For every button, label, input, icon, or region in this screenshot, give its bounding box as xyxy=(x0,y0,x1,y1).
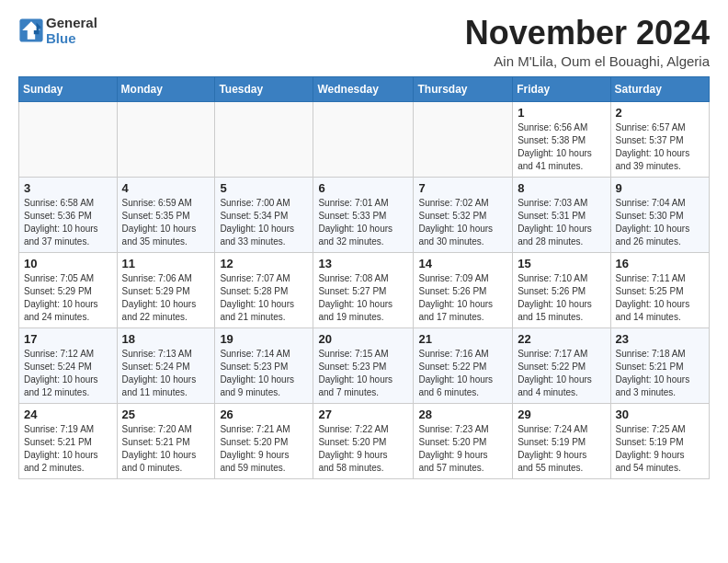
day-info: Sunrise: 7:19 AM Sunset: 5:21 PM Dayligh… xyxy=(24,423,112,475)
day-number: 3 xyxy=(24,181,112,195)
calendar-week-row: 3Sunrise: 6:58 AM Sunset: 5:36 PM Daylig… xyxy=(19,177,710,252)
day-number: 18 xyxy=(122,332,210,346)
calendar-cell: 27Sunrise: 7:22 AM Sunset: 5:20 PM Dayli… xyxy=(313,403,414,478)
calendar-cell: 30Sunrise: 7:25 AM Sunset: 5:19 PM Dayli… xyxy=(610,403,709,478)
calendar-cell: 9Sunrise: 7:04 AM Sunset: 5:30 PM Daylig… xyxy=(610,177,709,252)
calendar-cell: 18Sunrise: 7:13 AM Sunset: 5:24 PM Dayli… xyxy=(117,327,215,403)
day-number: 9 xyxy=(616,181,704,195)
day-number: 12 xyxy=(220,257,308,270)
day-info: Sunrise: 7:04 AM Sunset: 5:30 PM Dayligh… xyxy=(616,197,704,248)
day-info: Sunrise: 7:09 AM Sunset: 5:26 PM Dayligh… xyxy=(418,272,507,324)
day-number: 10 xyxy=(24,257,112,270)
calendar-cell: 10Sunrise: 7:05 AM Sunset: 5:29 PM Dayli… xyxy=(19,252,118,327)
day-number: 21 xyxy=(418,332,507,346)
weekday-header: Monday xyxy=(117,76,215,101)
calendar-cell: 3Sunrise: 6:58 AM Sunset: 5:36 PM Daylig… xyxy=(19,177,118,252)
weekday-header: Thursday xyxy=(414,76,513,101)
calendar-cell: 8Sunrise: 7:03 AM Sunset: 5:31 PM Daylig… xyxy=(513,177,610,252)
logo-icon xyxy=(18,17,44,43)
calendar-week-row: 17Sunrise: 7:12 AM Sunset: 5:24 PM Dayli… xyxy=(19,327,710,403)
day-info: Sunrise: 7:17 AM Sunset: 5:22 PM Dayligh… xyxy=(518,348,605,399)
day-info: Sunrise: 7:25 AM Sunset: 5:19 PM Dayligh… xyxy=(616,423,704,475)
day-number: 8 xyxy=(518,181,605,195)
calendar-cell: 16Sunrise: 7:11 AM Sunset: 5:25 PM Dayli… xyxy=(610,252,709,327)
day-number: 25 xyxy=(122,408,210,421)
calendar-cell: 29Sunrise: 7:24 AM Sunset: 5:19 PM Dayli… xyxy=(513,403,610,478)
calendar-cell: 21Sunrise: 7:16 AM Sunset: 5:22 PM Dayli… xyxy=(414,327,513,403)
day-number: 15 xyxy=(518,257,605,270)
calendar-cell: 19Sunrise: 7:14 AM Sunset: 5:23 PM Dayli… xyxy=(215,327,313,403)
day-number: 20 xyxy=(318,332,408,346)
day-number: 13 xyxy=(318,257,408,270)
day-info: Sunrise: 7:13 AM Sunset: 5:24 PM Dayligh… xyxy=(122,348,210,399)
day-number: 24 xyxy=(24,408,112,421)
day-info: Sunrise: 7:21 AM Sunset: 5:20 PM Dayligh… xyxy=(220,423,308,475)
day-info: Sunrise: 7:14 AM Sunset: 5:23 PM Dayligh… xyxy=(220,348,308,399)
calendar-cell: 1Sunrise: 6:56 AM Sunset: 5:38 PM Daylig… xyxy=(513,101,610,177)
day-number: 27 xyxy=(318,408,408,421)
day-info: Sunrise: 7:20 AM Sunset: 5:21 PM Dayligh… xyxy=(122,423,210,475)
day-info: Sunrise: 7:24 AM Sunset: 5:19 PM Dayligh… xyxy=(518,423,605,475)
day-number: 26 xyxy=(220,408,308,421)
calendar-cell: 6Sunrise: 7:01 AM Sunset: 5:33 PM Daylig… xyxy=(313,177,414,252)
location-subtitle: Ain M'Lila, Oum el Bouaghi, Algeria xyxy=(465,53,710,69)
day-info: Sunrise: 7:22 AM Sunset: 5:20 PM Dayligh… xyxy=(318,423,408,475)
day-info: Sunrise: 7:23 AM Sunset: 5:20 PM Dayligh… xyxy=(418,423,507,475)
weekday-header-row: SundayMondayTuesdayWednesdayThursdayFrid… xyxy=(19,76,710,101)
day-number: 16 xyxy=(616,257,704,270)
day-number: 2 xyxy=(616,106,704,120)
weekday-header: Tuesday xyxy=(215,76,313,101)
day-info: Sunrise: 6:56 AM Sunset: 5:38 PM Dayligh… xyxy=(518,121,605,173)
day-info: Sunrise: 7:08 AM Sunset: 5:27 PM Dayligh… xyxy=(318,272,408,324)
calendar-week-row: 10Sunrise: 7:05 AM Sunset: 5:29 PM Dayli… xyxy=(19,252,710,327)
day-info: Sunrise: 7:06 AM Sunset: 5:29 PM Dayligh… xyxy=(122,272,210,324)
day-number: 11 xyxy=(122,257,210,270)
day-info: Sunrise: 7:15 AM Sunset: 5:23 PM Dayligh… xyxy=(318,348,408,399)
day-number: 22 xyxy=(518,332,605,346)
day-info: Sunrise: 7:05 AM Sunset: 5:29 PM Dayligh… xyxy=(24,272,112,324)
day-number: 17 xyxy=(24,332,112,346)
weekday-header: Friday xyxy=(513,76,610,101)
day-number: 30 xyxy=(616,408,704,421)
logo-text: General Blue xyxy=(46,15,97,46)
day-info: Sunrise: 6:58 AM Sunset: 5:36 PM Dayligh… xyxy=(24,197,112,248)
day-info: Sunrise: 7:03 AM Sunset: 5:31 PM Dayligh… xyxy=(518,197,605,248)
calendar-cell: 4Sunrise: 6:59 AM Sunset: 5:35 PM Daylig… xyxy=(117,177,215,252)
calendar-cell xyxy=(215,101,313,177)
day-number: 5 xyxy=(220,181,308,195)
day-number: 23 xyxy=(616,332,704,346)
calendar-cell: 28Sunrise: 7:23 AM Sunset: 5:20 PM Dayli… xyxy=(414,403,513,478)
calendar-cell: 14Sunrise: 7:09 AM Sunset: 5:26 PM Dayli… xyxy=(414,252,513,327)
day-number: 1 xyxy=(518,106,605,120)
calendar-week-row: 1Sunrise: 6:56 AM Sunset: 5:38 PM Daylig… xyxy=(19,101,710,177)
calendar-cell xyxy=(19,101,118,177)
calendar-table: SundayMondayTuesdayWednesdayThursdayFrid… xyxy=(18,76,710,479)
calendar-cell xyxy=(117,101,215,177)
day-number: 4 xyxy=(122,181,210,195)
calendar-week-row: 24Sunrise: 7:19 AM Sunset: 5:21 PM Dayli… xyxy=(19,403,710,478)
calendar-cell: 17Sunrise: 7:12 AM Sunset: 5:24 PM Dayli… xyxy=(19,327,118,403)
weekday-header: Sunday xyxy=(19,76,118,101)
calendar-cell: 15Sunrise: 7:10 AM Sunset: 5:26 PM Dayli… xyxy=(513,252,610,327)
day-number: 29 xyxy=(518,408,605,421)
calendar-cell: 24Sunrise: 7:19 AM Sunset: 5:21 PM Dayli… xyxy=(19,403,118,478)
calendar-cell xyxy=(414,101,513,177)
day-info: Sunrise: 7:12 AM Sunset: 5:24 PM Dayligh… xyxy=(24,348,112,399)
weekday-header: Wednesday xyxy=(313,76,414,101)
calendar-cell: 23Sunrise: 7:18 AM Sunset: 5:21 PM Dayli… xyxy=(610,327,709,403)
day-info: Sunrise: 7:00 AM Sunset: 5:34 PM Dayligh… xyxy=(220,197,308,248)
day-info: Sunrise: 7:11 AM Sunset: 5:25 PM Dayligh… xyxy=(616,272,704,324)
calendar-cell: 20Sunrise: 7:15 AM Sunset: 5:23 PM Dayli… xyxy=(313,327,414,403)
day-number: 14 xyxy=(418,257,507,270)
day-info: Sunrise: 7:07 AM Sunset: 5:28 PM Dayligh… xyxy=(220,272,308,324)
day-number: 19 xyxy=(220,332,308,346)
day-info: Sunrise: 6:59 AM Sunset: 5:35 PM Dayligh… xyxy=(122,197,210,248)
day-info: Sunrise: 7:18 AM Sunset: 5:21 PM Dayligh… xyxy=(616,348,704,399)
day-number: 7 xyxy=(418,181,507,195)
day-info: Sunrise: 7:02 AM Sunset: 5:32 PM Dayligh… xyxy=(418,197,507,248)
day-number: 6 xyxy=(318,181,408,195)
calendar-cell xyxy=(313,101,414,177)
day-number: 28 xyxy=(418,408,507,421)
logo: General Blue xyxy=(18,15,97,46)
calendar-cell: 2Sunrise: 6:57 AM Sunset: 5:37 PM Daylig… xyxy=(610,101,709,177)
